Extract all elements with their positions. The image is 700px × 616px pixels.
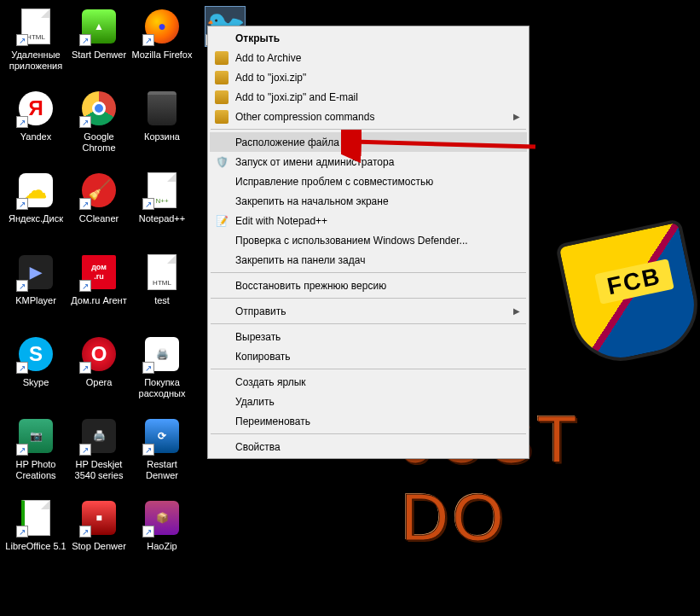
menu-item-переименовать[interactable]: Переименовать bbox=[210, 411, 527, 431]
desktop-icon-label: HaoZip bbox=[147, 541, 176, 552]
desktop-icon-ccleaner[interactable]: 🧹↗CCleaner bbox=[68, 167, 130, 247]
menu-item-копировать[interactable]: Копировать bbox=[210, 346, 527, 366]
desktop-icon-kmplayer[interactable]: ▶↗KMPlayer bbox=[5, 249, 67, 329]
kmplayer-icon: ▶↗ bbox=[16, 253, 55, 292]
hpphoto-icon: 📷↗ bbox=[16, 416, 55, 456]
shield-icon: 🛡️ bbox=[215, 155, 229, 169]
desktop-icon-skype[interactable]: S↗Skype bbox=[5, 331, 67, 411]
shortcut-overlay-icon: ↗ bbox=[79, 280, 91, 292]
desktop-icon-label: Yandex bbox=[20, 131, 52, 142]
desktop-icon-restart-denwer[interactable]: ⟳↗Restart Denwer bbox=[131, 413, 193, 493]
menu-item-открыть[interactable]: Открыть bbox=[210, 28, 527, 48]
menu-item-восстановить-прежнюю-версию[interactable]: Восстановить прежнюю версию bbox=[210, 276, 527, 295]
menu-item-закрепить-на-панели-задач[interactable]: Закрепить на панели задач bbox=[210, 250, 527, 270]
desktop-icon-label: Покупка расходных bbox=[131, 377, 193, 399]
menu-separator bbox=[211, 129, 526, 130]
desktop-icon-дом-ru-агент[interactable]: дом.ru↗Дом.ru Агент bbox=[68, 249, 130, 329]
menu-item-свойства[interactable]: Свойства bbox=[210, 437, 527, 456]
menu-item-отправить[interactable]: Отправить▶ bbox=[210, 301, 527, 321]
menu-item-удалить[interactable]: Удалить bbox=[210, 392, 527, 411]
menu-item-label: Создать ярлык bbox=[235, 376, 306, 388]
menu-item-edit-with-notepad[interactable]: 📝Edit with Notepad++ bbox=[210, 211, 527, 230]
shortcut-overlay-icon: ↗ bbox=[79, 116, 91, 128]
menu-item-расположение-файла[interactable]: Расположение файла bbox=[210, 132, 527, 152]
chrome-icon: ↗ bbox=[79, 89, 119, 128]
firefox-icon: ●↗ bbox=[142, 7, 182, 46]
file-html-icon: HTML bbox=[142, 253, 182, 292]
shortcut-overlay-icon: ↗ bbox=[79, 444, 91, 456]
menu-item-запуск-от-имени-администратора[interactable]: 🛡️Запуск от имени администратора bbox=[210, 152, 527, 171]
desktop-icon-label: Яндекс.Диск bbox=[9, 213, 63, 224]
desktop-icon-mozilla-firefox[interactable]: ●↗Mozilla Firefox bbox=[131, 3, 193, 84]
desktop-icon-label: Notepad++ bbox=[139, 213, 185, 224]
notepadpp-icon: N++↗ bbox=[142, 171, 182, 210]
haozip-icon: 📦↗ bbox=[142, 498, 182, 538]
desktop-icon-label: HP Deskjet 3540 series bbox=[68, 459, 130, 481]
desktop-icon-google-chrome[interactable]: ↗Google Chrome bbox=[68, 85, 130, 166]
desktop-icon-start-denwer[interactable]: ▲↗Start Denwer bbox=[68, 3, 130, 84]
menu-separator bbox=[211, 272, 526, 273]
libreoffice-icon: ↗ bbox=[16, 498, 55, 538]
menu-item-label: Add to "joxi.zip" bbox=[235, 72, 306, 84]
menu-item-label: Исправление проблем с совместимостью bbox=[235, 176, 433, 188]
menu-item-label: Копировать bbox=[235, 351, 291, 363]
submenu-arrow-icon: ▶ bbox=[513, 112, 520, 121]
menu-item-label: Edit with Notepad++ bbox=[235, 215, 327, 227]
menu-item-add-to-joxi-zip[interactable]: Add to "joxi.zip" bbox=[210, 67, 527, 87]
menu-item-add-to-archive[interactable]: Add to Archive bbox=[210, 48, 527, 67]
shortcut-overlay-icon: ↗ bbox=[16, 362, 28, 374]
desktop-icon-haozip[interactable]: 📦↗HaoZip bbox=[131, 495, 193, 575]
desktop-icon-opera[interactable]: O↗Opera bbox=[68, 331, 130, 411]
shortcut-overlay-icon: ↗ bbox=[142, 444, 154, 456]
menu-item-закрепить-на-начальном-экране[interactable]: Закрепить на начальном экране bbox=[210, 191, 527, 211]
shortcut-overlay-icon: ↗ bbox=[79, 198, 91, 210]
menu-item-other-compression-commands[interactable]: Other compression commands▶ bbox=[210, 107, 527, 126]
shortcut-overlay-icon: ↗ bbox=[142, 198, 154, 210]
menu-item-add-to-joxi-zip-and-e-mail[interactable]: Add to "joxi.zip" and E-mail bbox=[210, 87, 527, 107]
desktop-icon-label: LibreOffice 5.1 bbox=[5, 541, 66, 552]
desktop-icon-покупка-расходных[interactable]: 🖨️↗Покупка расходных bbox=[131, 331, 193, 411]
shortcut-overlay-icon: ↗ bbox=[79, 34, 91, 46]
desktop-icon-удаленные-приложения[interactable]: HTML↗Удаленные приложения bbox=[5, 3, 67, 84]
yandex-icon: Я↗ bbox=[16, 89, 55, 128]
denwer-blue-icon: ⟳↗ bbox=[142, 416, 182, 456]
desktop-icon-libreoffice-5-1[interactable]: ↗LibreOffice 5.1 bbox=[5, 495, 67, 575]
desktop-icon-label: Skype bbox=[23, 377, 49, 388]
context-menu[interactable]: ОткрытьAdd to ArchiveAdd to "joxi.zip"Ad… bbox=[207, 26, 529, 459]
menu-item-проверка-с-использованием-windows-defender[interactable]: Проверка с использованием Windows Defend… bbox=[210, 230, 527, 250]
shortcut-overlay-icon: ↗ bbox=[16, 34, 28, 46]
desktop-icon-label: Корзина bbox=[144, 131, 180, 142]
desktop-icon-hp-deskjet-3540-series[interactable]: 🖨️↗HP Deskjet 3540 series bbox=[68, 413, 130, 493]
yadisk-icon: ☁↗ bbox=[16, 171, 55, 210]
desktop-icon-label: KMPlayer bbox=[15, 295, 56, 306]
desktop-icon-yandex[interactable]: Я↗Yandex bbox=[5, 85, 67, 166]
desktop-icon-label: Opera bbox=[86, 377, 113, 388]
menu-item-label: Свойства bbox=[235, 441, 281, 453]
denwer-red-icon: ■↗ bbox=[79, 498, 119, 538]
desktop-icon-test[interactable]: HTMLtest bbox=[131, 249, 193, 329]
menu-item-label: Восстановить прежнюю версию bbox=[235, 280, 386, 292]
desktop-icon-label: Start Denwer bbox=[72, 49, 126, 61]
haozip-icon bbox=[215, 51, 229, 65]
submenu-arrow-icon: ▶ bbox=[513, 306, 520, 316]
menu-item-label: Закрепить на панели задач bbox=[235, 254, 365, 266]
shortcut-overlay-icon: ↗ bbox=[16, 444, 28, 456]
desktop-icon-корзина[interactable]: Корзина bbox=[131, 85, 193, 166]
shortcut-overlay-icon: ↗ bbox=[16, 198, 28, 210]
menu-item-label: Отправить bbox=[235, 305, 286, 317]
menu-item-label: Закрепить на начальном экране bbox=[235, 195, 389, 207]
desktop-icon-яндекс-диск[interactable]: ☁↗Яндекс.Диск bbox=[5, 167, 67, 247]
desktop-icon-notepad-[interactable]: N++↗Notepad++ bbox=[131, 167, 193, 247]
menu-item-создать-ярлык[interactable]: Создать ярлык bbox=[210, 372, 527, 392]
desktop-icon-hp-photo-creations[interactable]: 📷↗HP Photo Creations bbox=[5, 413, 67, 493]
desktop-icon-stop-denwer[interactable]: ■↗Stop Denwer bbox=[68, 495, 130, 575]
menu-item-исправление-проблем-с-совместимостью[interactable]: Исправление проблем с совместимостью bbox=[210, 171, 527, 191]
menu-separator bbox=[211, 369, 526, 369]
menu-item-вырезать[interactable]: Вырезать bbox=[210, 327, 527, 346]
haozip-icon bbox=[215, 90, 229, 104]
ccleaner-icon: 🧹↗ bbox=[79, 171, 119, 210]
menu-separator bbox=[211, 323, 526, 324]
desktop-icon-label: Mozilla Firefox bbox=[132, 49, 193, 61]
shortcut-overlay-icon: ↗ bbox=[16, 280, 28, 292]
menu-item-label: Запуск от имени администратора bbox=[235, 156, 394, 168]
